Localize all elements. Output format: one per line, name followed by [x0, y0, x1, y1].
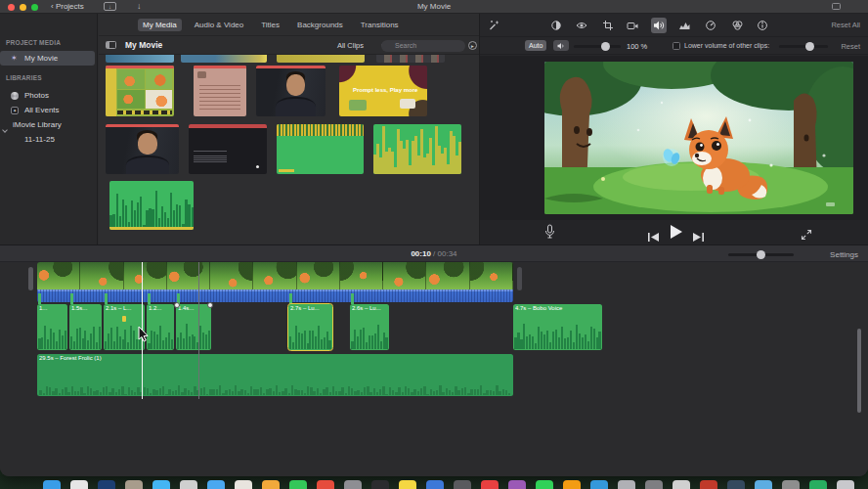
crop-icon[interactable] [600, 18, 616, 33]
sidebar-item-event-date[interactable]: 11-11-25 [0, 132, 95, 147]
fade-handle[interactable] [174, 302, 180, 308]
dock-app-icon[interactable] [618, 480, 635, 489]
timeline[interactable]: 1...1.5s...2.1s – L...1.2...1.4s...2.7s … [0, 262, 868, 476]
audio-clip[interactable]: 2.7s – Lu... [288, 304, 332, 350]
dock-app-icon[interactable] [782, 480, 800, 489]
fullscreen-icon[interactable] [801, 227, 812, 244]
dock-app-icon[interactable] [700, 480, 717, 489]
lower-volume-checkbox[interactable] [673, 42, 680, 50]
video-audio-waveform-bar[interactable] [37, 289, 513, 302]
dock-app-icon[interactable] [563, 480, 581, 489]
dock-app-icon[interactable] [755, 480, 772, 489]
media-thumbnail-audio-1[interactable] [277, 124, 364, 174]
volume-icon[interactable] [651, 18, 667, 33]
dock-app-icon[interactable] [536, 480, 553, 489]
volume-keyframe[interactable] [122, 316, 126, 322]
lower-volume-slider-knob[interactable] [805, 42, 814, 51]
sidebar-toggle-icon[interactable] [106, 41, 116, 49]
clip-trim-handle-right[interactable] [517, 267, 522, 290]
enhance-icon[interactable] [486, 18, 501, 33]
dock-app-icon[interactable] [262, 480, 280, 489]
timeline-scrollbar[interactable] [857, 329, 861, 413]
reset-button[interactable]: Reset [841, 42, 860, 51]
dock-app-icon[interactable] [207, 480, 225, 489]
media-clip-strip[interactable] [277, 55, 365, 63]
media-thumbnail-webcam-2[interactable] [106, 124, 179, 174]
timeline-settings-button[interactable]: Settings [830, 250, 858, 259]
tab-audio-video[interactable]: Audio & Video [190, 19, 249, 31]
media-thumbnail-webcam-1[interactable] [256, 66, 326, 116]
media-thumbnail-fox-collage[interactable] [106, 66, 174, 116]
dock-app-icon[interactable] [673, 480, 690, 489]
record-voiceover-mic-icon[interactable] [544, 224, 555, 244]
dock-app-icon[interactable] [371, 480, 389, 489]
media-thumbnail-audio-2[interactable] [373, 124, 461, 174]
dock-app-icon[interactable] [70, 480, 88, 489]
dock-app-icon[interactable] [344, 480, 362, 489]
color-correction-icon[interactable] [574, 18, 589, 33]
audio-clip[interactable]: 4.7s – Bobo Voice [513, 304, 602, 350]
stabilization-icon[interactable] [625, 18, 640, 33]
speed-icon[interactable] [703, 18, 718, 33]
media-thumbnail-promo[interactable]: Prompt less, Play more [339, 66, 427, 116]
music-clip[interactable]: 29.5s – Forest Frolic (1) [37, 354, 513, 396]
fade-handle[interactable] [207, 302, 213, 308]
dock-app-icon[interactable] [289, 480, 307, 489]
info-icon[interactable] [755, 18, 770, 33]
dock-app-icon[interactable] [426, 480, 444, 489]
dock-app-icon[interactable] [399, 480, 416, 489]
mute-speaker-button[interactable] [553, 40, 569, 51]
dock-app-icon[interactable] [43, 480, 61, 489]
media-thumbnail-terminal[interactable] [189, 124, 267, 174]
dock-app-icon[interactable] [235, 480, 252, 489]
tab-titles[interactable]: Titles [256, 19, 284, 31]
sidebar-item-photos[interactable]: Photos [0, 88, 95, 103]
color-balance-icon[interactable] [548, 18, 564, 33]
audio-clip[interactable]: 1... [37, 304, 67, 350]
audio-clip[interactable]: 1.2... [147, 304, 174, 350]
sidebar-item-imovie-library[interactable]: iMovie Library [0, 117, 95, 132]
dock-app-icon[interactable] [317, 480, 334, 489]
tab-transitions[interactable]: Transitions [356, 19, 404, 31]
dock-app-icon[interactable] [809, 480, 827, 489]
tab-backgrounds[interactable]: Backgrounds [292, 19, 348, 31]
sidebar-item-all-events[interactable]: ✦ All Events [0, 103, 95, 117]
search-input[interactable] [381, 40, 465, 52]
media-clip-strip[interactable] [376, 55, 445, 63]
preview-frame[interactable] [544, 62, 853, 214]
dock-app-icon[interactable] [125, 480, 143, 489]
media-thumbnail-audio-3[interactable] [109, 181, 194, 230]
noise-reduction-icon[interactable] [676, 18, 692, 33]
media-clip-strip[interactable] [181, 55, 267, 63]
timeline-zoom-knob[interactable] [757, 250, 765, 259]
reset-all-button[interactable]: Reset All [831, 21, 860, 29]
audio-clip[interactable]: 1.5s... [69, 304, 102, 350]
volume-slider[interactable] [574, 45, 621, 48]
dock-app-icon[interactable] [454, 480, 471, 489]
media-thumbnail-document[interactable] [194, 66, 246, 116]
dock-app-icon[interactable] [590, 480, 608, 489]
clip-trim-handle-left[interactable] [28, 267, 33, 290]
timeline-zoom-slider[interactable] [728, 253, 794, 256]
next-frame-icon[interactable] [693, 228, 704, 245]
previous-frame-icon[interactable] [648, 228, 659, 245]
clip-filter-icon[interactable] [729, 18, 745, 33]
dock-app-icon[interactable] [481, 480, 499, 489]
title-bar[interactable]: ‹ Projects ↓ ↓ My Movie [0, 0, 868, 14]
open-clip-arrow-icon[interactable]: ▸ [468, 41, 477, 50]
clip-filter-dropdown[interactable]: All Clips [337, 41, 364, 50]
lower-volume-slider[interactable] [779, 45, 828, 48]
audio-clip[interactable]: 1.4s... [176, 304, 211, 350]
tab-my-media[interactable]: My Media [138, 19, 182, 31]
video-filmstrip[interactable] [37, 262, 513, 289]
play-icon[interactable] [670, 225, 682, 243]
dock-app-icon[interactable] [727, 480, 745, 489]
audio-clip[interactable]: 2.6s – Lu... [350, 304, 389, 350]
sidebar-item-my-movie[interactable]: ✶ My Movie [0, 51, 95, 66]
volume-slider-knob[interactable] [601, 42, 610, 51]
dock-app-icon[interactable] [180, 480, 197, 489]
media-clip-strip[interactable] [106, 55, 174, 63]
dock-app-icon[interactable] [98, 480, 115, 489]
dock-app-icon[interactable] [837, 480, 854, 489]
auto-volume-button[interactable]: Auto [525, 40, 546, 51]
